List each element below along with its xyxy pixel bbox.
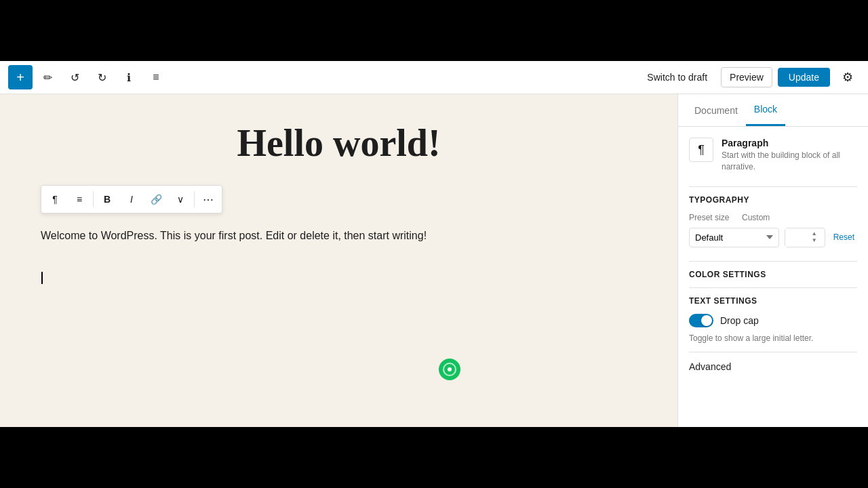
bottom-black-bar (0, 427, 868, 488)
more-options-button[interactable]: ⋯ (196, 187, 220, 211)
link-icon: 🔗 (151, 194, 162, 205)
drop-cap-description: Toggle to show a large initial letter. (689, 333, 857, 344)
toolbar-separator-2 (194, 191, 195, 207)
size-arrows: ▲ ▼ (810, 229, 819, 245)
italic-icon: I (130, 194, 133, 205)
drop-cap-row: Drop cap (689, 314, 857, 327)
toolbar: + ✏ ↺ ↻ ℹ ≡ Switch to draft Preview Upda… (0, 61, 868, 94)
settings-button[interactable]: ⚙ (835, 65, 860, 89)
align-button[interactable]: ≡ (67, 187, 92, 211)
switch-to-draft-button[interactable]: Switch to draft (639, 68, 715, 87)
italic-button[interactable]: I (119, 187, 144, 211)
post-title[interactable]: Hello world! (41, 121, 637, 165)
toggle-knob (701, 315, 712, 326)
chevron-down-icon: ∨ (177, 194, 184, 205)
reset-size-button[interactable]: Reset (831, 230, 857, 245)
pencil-icon: ✏ (43, 71, 52, 84)
toolbar-right: Switch to draft Preview Update ⚙ (639, 65, 860, 89)
align-icon: ≡ (77, 194, 82, 205)
update-button[interactable]: Update (778, 68, 830, 87)
info-icon: ℹ (127, 71, 131, 84)
block-info-text: Paragraph Start with the building block … (722, 138, 857, 173)
post-content[interactable]: Welcome to WordPress. This is your first… (41, 227, 502, 245)
toolbar-left: + ✏ ↺ ↻ ℹ ≡ (8, 65, 639, 89)
tab-document[interactable]: Document (686, 94, 746, 126)
preset-size-select[interactable]: Default (689, 228, 779, 247)
plus-icon: + (16, 70, 24, 85)
edit-mode-button[interactable]: ✏ (35, 65, 60, 89)
block-type-icon: ¶ (689, 138, 713, 162)
toolbar-separator-1 (93, 191, 94, 207)
info-button[interactable]: ℹ (117, 65, 141, 89)
block-description: Start with the building block of all nar… (722, 150, 857, 173)
undo-icon: ↺ (71, 71, 79, 84)
advanced-section[interactable]: Advanced (689, 361, 857, 373)
block-info: ¶ Paragraph Start with the building bloc… (689, 138, 857, 173)
settings-gear-icon: ⚙ (842, 70, 853, 85)
add-block-button[interactable]: + (8, 65, 33, 89)
text-settings-section: Text settings Drop cap Toggle to show a … (689, 296, 857, 344)
more-formats-button[interactable]: ∨ (168, 187, 193, 211)
divider-3 (689, 287, 857, 288)
paragraph-block-icon: ¶ (698, 143, 705, 157)
tab-block[interactable]: Block (746, 94, 785, 126)
divider-1 (689, 186, 857, 187)
color-settings-label: Color settings (689, 270, 857, 279)
divider-2 (689, 261, 857, 262)
list-view-button[interactable]: ≡ (144, 65, 168, 89)
paragraph-icon: ¶ (52, 194, 58, 205)
bold-icon: B (104, 194, 111, 205)
color-settings-section: Color settings (689, 270, 857, 279)
custom-size-input[interactable] (785, 228, 810, 247)
paragraph-format-button[interactable]: ¶ (43, 187, 67, 211)
divider-4 (689, 352, 857, 352)
sidebar-tabs: Document Block (678, 94, 868, 127)
preset-size-label: Preset size (689, 213, 736, 222)
font-size-row: Preset size Custom (689, 213, 857, 222)
custom-size-input-wrap: ▲ ▼ (785, 228, 825, 247)
redo-icon: ↻ (98, 71, 106, 84)
custom-label: Custom (742, 213, 770, 222)
ellipsis-icon: ⋯ (203, 193, 214, 206)
drop-cap-label: Drop cap (720, 315, 759, 326)
grammarly-button[interactable] (439, 359, 460, 380)
drop-cap-toggle[interactable] (689, 314, 713, 327)
preview-button[interactable]: Preview (721, 67, 772, 87)
advanced-label: Advanced (689, 361, 731, 372)
inline-formatting-toolbar: ¶ ≡ B I 🔗 ∨ ⋯ (41, 185, 222, 214)
list-view-icon: ≡ (153, 71, 159, 83)
size-up-arrow[interactable]: ▲ (811, 230, 818, 237)
redo-button[interactable]: ↻ (90, 65, 114, 89)
typography-label: Typography (689, 195, 857, 205)
post-content-text: Welcome to WordPress. This is your first… (41, 227, 502, 245)
text-cursor (41, 272, 43, 284)
grammarly-inner (443, 363, 456, 376)
grammarly-dot (448, 367, 452, 371)
block-title: Paragraph (722, 138, 857, 148)
link-button[interactable]: 🔗 (144, 187, 168, 211)
undo-button[interactable]: ↺ (62, 65, 87, 89)
size-down-arrow[interactable]: ▼ (811, 237, 818, 244)
cursor-area[interactable] (41, 272, 637, 287)
text-settings-label: Text settings (689, 296, 857, 306)
bold-button[interactable]: B (95, 187, 119, 211)
top-black-bar (0, 0, 868, 61)
typography-section: Typography Preset size Custom Default ▲ … (689, 195, 857, 247)
